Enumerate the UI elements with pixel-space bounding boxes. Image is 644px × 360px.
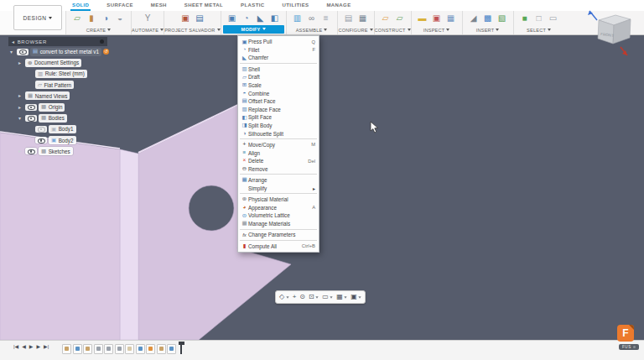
select-body-icon[interactable]: □ — [533, 13, 545, 24]
part-bend-face[interactable] — [120, 149, 138, 340]
menu-item[interactable]: ▥ Shell ▸ — [238, 65, 319, 74]
toolbar-group-label[interactable]: CREATE — [66, 25, 131, 34]
menu-item[interactable]: ▥ Replace Face ▸ — [238, 106, 319, 114]
part-left-face[interactable] — [0, 133, 120, 340]
tree-item[interactable]: ▩ Bodies — [39, 114, 67, 123]
tree-item[interactable]: ▥ Rule: Steel (mm) — [35, 70, 87, 78]
view-cube[interactable]: FRONT — [585, 3, 644, 64]
visibility-toggle[interactable] — [25, 104, 37, 111]
toolbar-tab[interactable]: SHEET METAL — [183, 1, 225, 11]
expander-icon[interactable] — [18, 60, 23, 65]
toolbar-tab[interactable]: MESH — [149, 1, 169, 11]
timeline-fillet[interactable] — [146, 344, 155, 354]
fillet-icon[interactable]: ◔ — [241, 13, 252, 24]
menu-item[interactable]: ◓ Combine ▸ — [238, 89, 319, 97]
expander-icon[interactable] — [10, 50, 15, 55]
menu-item[interactable]: ⊛ Physical Material ▸ — [238, 196, 319, 204]
select-solid-icon[interactable]: ■ — [519, 13, 531, 24]
menu-item[interactable]: ▦ Arrange ▸ — [238, 176, 319, 185]
timeline-extrude-1[interactable] — [73, 344, 82, 354]
menu-item[interactable]: × Delete Del ▸ — [238, 157, 319, 165]
timeline-pattern[interactable] — [104, 344, 113, 354]
timeline-shell[interactable] — [115, 344, 124, 354]
toolbar-tab[interactable]: SOLID — [70, 1, 91, 11]
section-analysis-icon[interactable]: ▦ — [445, 13, 457, 24]
project-tool-icon-2[interactable]: ▤ — [194, 13, 205, 24]
extrude-icon[interactable]: ▮ — [86, 13, 97, 24]
zoom-button[interactable]: ⊙ — [299, 294, 305, 300]
orbit-button[interactable]: ◇ — [279, 294, 289, 300]
menu-item[interactable]: ⊞ Scale ▸ — [238, 81, 319, 90]
offset-plane-icon[interactable]: ▱ — [380, 13, 392, 24]
configuration-table-icon[interactable]: ▦ — [357, 13, 369, 24]
timeline-position-marker[interactable] — [180, 343, 183, 354]
visibility-toggle[interactable] — [35, 126, 47, 133]
angled-plane-icon[interactable]: ▱ — [394, 13, 406, 24]
menu-item[interactable]: ◧ Split Face ▸ — [238, 113, 319, 122]
expander-icon[interactable] — [18, 116, 23, 121]
insert-svg-icon[interactable]: ▧ — [496, 13, 508, 24]
toolbar-group-label[interactable]: INSPECT — [412, 25, 462, 34]
collapse-panel-icon[interactable]: ◂ — [12, 39, 15, 44]
revolve-icon[interactable]: ◑ — [100, 13, 112, 24]
timeline-sketch-1[interactable] — [62, 344, 71, 354]
menu-item[interactable]: ◣ Chamfer ▸ — [238, 54, 319, 62]
browser-tree-row[interactable]: ▩ Bodies ↺ — [8, 112, 134, 123]
timeline-mirror[interactable] — [94, 344, 103, 354]
menu-item[interactable]: ⊙ Volumetric Lattice ▸ — [238, 211, 319, 220]
bom-icon[interactable]: ≡ — [320, 13, 332, 24]
configuration-icon[interactable]: ▤ — [343, 13, 355, 24]
step-back-button[interactable]: ◀ — [22, 344, 26, 349]
tree-item[interactable]: ▩ Sketches — [39, 147, 73, 155]
toolbar-tab[interactable]: MANAGE — [325, 1, 352, 11]
toolbar-group-label[interactable]: CONFIGURE — [338, 25, 374, 34]
tree-item[interactable]: ▩ Origin — [39, 103, 65, 112]
create-sketch-icon[interactable]: ▱ — [71, 13, 83, 24]
expander-icon[interactable] — [18, 149, 23, 154]
browser-tree-row[interactable]: ▤ convert to sheet metal v1 ↺ — [8, 46, 134, 57]
visibility-toggle[interactable] — [17, 49, 29, 55]
menu-item[interactable]: ▦ Manage Materials ▸ — [238, 220, 319, 228]
toolbar-group-label[interactable]: INSERT — [463, 25, 513, 34]
toolbar-group-label[interactable]: CONSTRUCT — [375, 25, 411, 34]
toolbar-tab[interactable]: SURFACE — [105, 1, 134, 11]
menu-item[interactable]: + Move/Copy M ▸ — [238, 141, 319, 149]
tree-item[interactable]: ▦ Named Views — [25, 91, 70, 100]
menu-item[interactable]: fx Change Parameters ▸ — [238, 231, 319, 239]
timeline-sketch-4[interactable] — [157, 344, 166, 354]
decal-icon[interactable]: ◢ — [468, 13, 480, 24]
new-component-icon[interactable]: ▥ — [292, 13, 304, 24]
menu-item[interactable]: ▣ Press Pull Q ▸ — [238, 38, 319, 46]
browser-tree-row[interactable]: ▦ Named Views ↺ — [8, 91, 134, 102]
chamfer-icon[interactable]: ◣ — [255, 13, 267, 24]
update-badge-icon[interactable]: ↺ — [103, 49, 109, 55]
project-tool-icon-1[interactable]: ▣ — [179, 13, 191, 24]
browser-tree-row[interactable]: ▣ Body2 ↺ — [8, 135, 134, 146]
select-window-icon[interactable]: ▭ — [548, 13, 559, 24]
browser-tree-row[interactable]: ▥ Rule: Steel (mm) ↺ — [8, 68, 134, 79]
press-pull-icon[interactable]: ▣ — [226, 13, 238, 24]
timeline-extrude-2[interactable] — [136, 344, 145, 354]
design-workspace-button[interactable]: DESIGN — [13, 5, 62, 30]
browser-tree-row[interactable]: ▩ Origin ↺ — [8, 102, 134, 112]
menu-item[interactable]: ◑ Silhouette Split ▸ — [238, 129, 319, 138]
toolbar-group-label[interactable]: PROJECT SALVADOR — [164, 25, 220, 34]
display-settings-button[interactable]: ▭ — [322, 294, 333, 300]
interference-icon[interactable]: ▣ — [431, 13, 443, 24]
tree-item[interactable]: ▣ Body2 — [49, 136, 76, 144]
menu-item[interactable]: ≡ Align ▸ — [238, 149, 319, 157]
timeline-sketch-3[interactable] — [125, 344, 134, 354]
tree-item[interactable]: ▤ convert to sheet metal v1 — [30, 48, 101, 56]
expander-icon[interactable] — [18, 93, 23, 98]
combine-icon[interactable]: ◧ — [269, 13, 281, 24]
go-to-end-button[interactable]: ▶| — [44, 344, 49, 349]
browser-header[interactable]: ◂ BROWSER — [8, 37, 107, 46]
tree-item[interactable]: ▣ Body1 — [49, 125, 76, 133]
menu-item[interactable]: ▱ Draft ▸ — [238, 73, 319, 81]
toolbar-group-label[interactable]: AUTOMATE — [132, 25, 164, 34]
grid-settings-button[interactable]: ▦ — [336, 294, 347, 300]
menu-item[interactable]: ▤ Offset Face ▸ — [238, 97, 319, 106]
menu-item[interactable]: ▮ Compute All Ctrl+B ▸ — [238, 242, 319, 250]
timeline-sketch-2[interactable] — [83, 344, 92, 354]
menu-item[interactable]: Simplify ▸ — [238, 184, 319, 192]
